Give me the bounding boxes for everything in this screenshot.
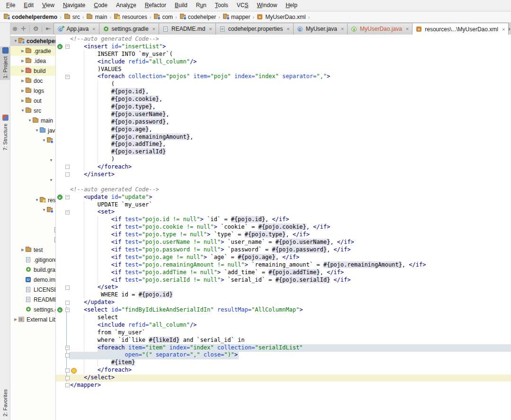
tab-close-icon[interactable]: × — [406, 26, 409, 32]
tree-row-demo.iml[interactable]: IJdemo.iml — [10, 275, 55, 285]
menu-build[interactable]: Build — [170, 0, 192, 11]
fold-end-icon[interactable] — [65, 383, 70, 387]
tree-right-arrow-icon[interactable]: ▶ — [20, 49, 25, 53]
code-line[interactable]: UPDATE `my_user` — [70, 201, 511, 209]
tree-down-arrow-icon[interactable]: ▼ — [35, 128, 39, 133]
tab-close-icon[interactable]: × — [287, 26, 289, 32]
tab-close-icon[interactable]: × — [152, 26, 155, 32]
fold-collapse-icon[interactable]: − — [65, 308, 70, 312]
tree-row-External Libraries[interactable]: ▶External Libraries — [10, 314, 55, 324]
tree-right-arrow-icon[interactable]: ▶ — [20, 98, 25, 103]
mybatis-statement-marker-icon[interactable]: ▸ — [57, 44, 63, 49]
tab-codehelper.properties[interactable]: codehelper.properties× — [215, 23, 294, 35]
menu-help[interactable]: Help — [281, 0, 302, 11]
crumb-codehelperdemo[interactable]: codehelperdemo — [2, 14, 58, 20]
tree-row-build[interactable]: ▶build — [10, 66, 55, 76]
tree-down-arrow-icon[interactable]: ▼ — [49, 178, 54, 182]
code-line[interactable]: INSERT INTO `my_user`( — [70, 51, 511, 58]
code-line[interactable]: </foreach> — [70, 163, 511, 171]
fold-end-icon[interactable] — [65, 353, 70, 357]
tree-row-build.gradle[interactable]: build.gradle — [10, 265, 55, 275]
fold-collapse-icon[interactable]: − — [65, 346, 70, 350]
code-line[interactable]: <if test="pojo.id != null"> `id` = #{poj… — [70, 216, 511, 223]
crumb-com[interactable]: com — [152, 14, 174, 20]
code-line[interactable]: <!--auto generated Code--> — [70, 186, 511, 194]
collapse-all-icon[interactable]: ✛ — [21, 26, 26, 32]
tree-row[interactable] — [10, 215, 55, 225]
tree-row-doc[interactable]: ▶doc — [10, 76, 55, 86]
code-line[interactable]: <if test="pojo.serialId != null"> `seria… — [70, 277, 511, 284]
tab-MyUser.java[interactable]: CMyUser.java× — [293, 23, 348, 35]
hide-panel-icon[interactable]: ⇤ — [45, 26, 51, 32]
tree-down-arrow-icon[interactable]: ▼ — [49, 158, 54, 162]
tree-row[interactable] — [10, 165, 55, 175]
fold-collapse-icon[interactable]: − — [65, 210, 70, 214]
fold-end-icon[interactable] — [65, 165, 70, 169]
code-line[interactable]: <if test="pojo.remainingAmount != null">… — [70, 261, 511, 269]
tree-row-out[interactable]: ▶out — [10, 96, 55, 106]
crumb-main[interactable]: main — [85, 14, 108, 20]
tree-down-arrow-icon[interactable]: ▼ — [20, 108, 25, 113]
tree-row-.idea[interactable]: ▶.idea — [10, 56, 55, 66]
code-line[interactable]: WHERE id = #{pojo.id} — [70, 291, 511, 299]
tab-resources-...-MyUserDao.xml[interactable]: oresources\...\MyUserDao.xml× — [412, 23, 509, 35]
tab-App.java[interactable]: CApp.java× — [54, 23, 99, 35]
code-line[interactable]: <!--auto generated Code--> — [70, 36, 511, 43]
crumb-codehelper[interactable]: codehelper — [179, 14, 217, 20]
tree-right-arrow-icon[interactable]: ▶ — [20, 248, 25, 252]
code-line[interactable]: <include refid="all_column"/> — [70, 322, 511, 329]
tree-down-arrow-icon[interactable]: ▼ — [13, 39, 18, 43]
tool-button-structure[interactable]: 7: Structure — [0, 114, 10, 152]
project-tree[interactable]: ▼codehelperdemo▶.gradle▶.idea▶build▶doc▶… — [10, 35, 56, 420]
tool-button-favorites[interactable]: 2: Favorites — [0, 387, 10, 418]
tree-row-java[interactable]: ▼java — [10, 125, 55, 135]
fold-end-icon[interactable] — [65, 368, 70, 373]
code-line[interactable]: where `id`like #{likeId} and `serial_id`… — [70, 337, 511, 344]
code-line[interactable]: #{pojo.password}, — [70, 118, 511, 126]
code-line[interactable]: </foreach> — [70, 366, 511, 374]
tree-row-main[interactable]: ▼main — [10, 116, 55, 125]
crumb-resources[interactable]: resources — [113, 14, 148, 20]
tree-down-arrow-icon[interactable]: ▼ — [42, 208, 46, 212]
code-line[interactable]: #{pojo.userName}, — [70, 111, 511, 118]
code-line[interactable]: <select id="findByIdLikeAndSerialIdIn" r… — [70, 306, 511, 314]
tree-right-arrow-icon[interactable]: ▶ — [20, 89, 25, 93]
fold-collapse-icon[interactable]: − — [65, 195, 70, 199]
fold-collapse-icon[interactable]: − — [65, 75, 70, 79]
tree-row-.gitignore[interactable]: .gitignore — [10, 255, 55, 265]
tree-row-src[interactable]: ▼src — [10, 106, 55, 116]
tree-row-test[interactable]: ▶test — [10, 245, 55, 255]
code-line[interactable]: <update id="update"> — [70, 194, 511, 201]
code-line[interactable]: )VALUES — [70, 66, 511, 73]
fold-end-icon[interactable] — [65, 286, 70, 290]
tree-row-README.md[interactable]: README.md — [10, 295, 55, 304]
code-line[interactable]: <if test="pojo.addTime != null"> `add_ti… — [70, 269, 511, 277]
code-line[interactable]: ( — [70, 80, 511, 88]
code-line[interactable]: #{pojo.type}, — [70, 103, 511, 111]
code-line[interactable]: <insert id="insertList"> — [70, 43, 511, 51]
code-line[interactable]: #{pojo.serialId} — [70, 148, 511, 156]
tree-row[interactable] — [10, 235, 55, 245]
code-line[interactable]: select — [70, 314, 511, 322]
tree-right-arrow-icon[interactable]: ▶ — [20, 69, 25, 73]
code-line[interactable]: </mapper> — [70, 382, 511, 389]
tree-down-arrow-icon[interactable]: ▼ — [27, 118, 32, 123]
code-line[interactable]: open="(" separator="," close=")"> — [70, 351, 511, 359]
fold-end-icon[interactable] — [65, 172, 70, 177]
tree-row[interactable]: ▼ — [10, 205, 55, 215]
tab-close-icon[interactable]: × — [209, 26, 212, 32]
tree-row[interactable] — [10, 185, 55, 195]
tab-close-icon[interactable]: × — [92, 26, 95, 32]
tree-row-settings.gradle[interactable]: settings.gradle — [10, 304, 55, 314]
tree-right-arrow-icon[interactable]: ▶ — [20, 79, 25, 83]
tree-row[interactable]: ▼ — [10, 135, 55, 145]
code-line[interactable]: </update> — [70, 299, 511, 306]
code-line[interactable]: #{pojo.age}, — [70, 126, 511, 134]
menu-navigate[interactable]: Navigate — [59, 0, 90, 11]
code-line[interactable]: #{pojo.id}, — [70, 88, 511, 96]
code-line[interactable]: <if test="pojo.cookie != null"> `cookie`… — [70, 223, 511, 231]
code-line[interactable]: #{pojo.addTime}, — [70, 141, 511, 148]
locate-icon[interactable]: ⊗ — [12, 26, 18, 32]
code-line[interactable]: </select> — [70, 374, 511, 382]
code-line[interactable]: <if test="pojo.password != null"> `passw… — [70, 246, 511, 254]
